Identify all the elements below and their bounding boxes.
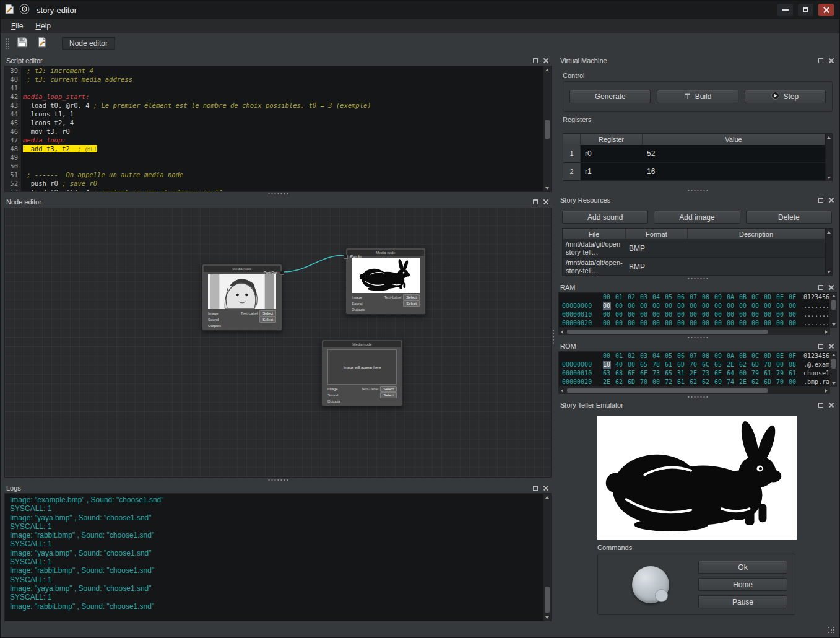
hex-byte[interactable]: 00 bbox=[628, 302, 636, 310]
float-icon[interactable] bbox=[817, 196, 825, 204]
script-editor-body[interactable]: 39 ; t2: increment 440 ; t3: current med… bbox=[4, 66, 552, 192]
registers-scrollbar[interactable] bbox=[825, 134, 832, 181]
add-sound-button[interactable]: Add sound bbox=[562, 211, 648, 224]
select-sound-button[interactable]: Select bbox=[403, 300, 420, 307]
scroll-up-button[interactable] bbox=[543, 494, 551, 500]
hex-byte[interactable]: 00 bbox=[776, 310, 784, 319]
scroll-track[interactable] bbox=[830, 358, 837, 380]
hex-byte[interactable]: 00 bbox=[665, 310, 673, 319]
float-icon[interactable] bbox=[532, 198, 539, 206]
code-line[interactable]: 46 mov t3, r0 bbox=[5, 127, 543, 136]
splitter-handle[interactable] bbox=[558, 188, 837, 192]
media-node[interactable]: Media nodeImage will appear hereImageTex… bbox=[321, 339, 403, 406]
resize-grip-icon[interactable] bbox=[828, 627, 836, 634]
hex-byte[interactable]: 62 bbox=[739, 361, 747, 369]
hex-byte[interactable]: 00 bbox=[615, 302, 623, 310]
hex-byte[interactable]: 00 bbox=[677, 310, 685, 319]
scroll-down-button[interactable] bbox=[543, 185, 551, 191]
hex-byte[interactable]: 62 bbox=[615, 378, 623, 387]
scroll-up-button[interactable] bbox=[826, 229, 832, 235]
hex-byte[interactable]: 00 bbox=[702, 302, 710, 310]
scroll-track[interactable] bbox=[566, 328, 823, 335]
hex-byte[interactable]: 70 bbox=[776, 378, 784, 387]
hex-byte[interactable]: 00 bbox=[652, 378, 660, 387]
hex-byte[interactable]: 65 bbox=[640, 361, 648, 369]
minimize-button[interactable] bbox=[777, 4, 793, 16]
scroll-track[interactable] bbox=[826, 141, 832, 174]
control-knob[interactable] bbox=[632, 566, 669, 603]
hex-byte[interactable]: 6F bbox=[628, 369, 636, 378]
float-icon[interactable] bbox=[817, 284, 825, 291]
close-icon[interactable] bbox=[828, 284, 835, 291]
scroll-down-button[interactable] bbox=[826, 174, 832, 181]
build-button[interactable]: Build bbox=[657, 90, 738, 103]
delete-button[interactable]: Delete bbox=[746, 211, 832, 224]
hex-byte[interactable]: 31 bbox=[677, 369, 685, 378]
code-line[interactable]: 50 bbox=[5, 162, 543, 170]
hex-byte[interactable]: 00 bbox=[702, 310, 710, 319]
hex-byte[interactable]: 00 bbox=[751, 302, 760, 310]
scroll-left-button[interactable] bbox=[558, 387, 566, 394]
hex-byte[interactable]: 70 bbox=[764, 361, 772, 369]
rom-horizontal-scrollbar[interactable] bbox=[558, 387, 830, 394]
menu-file[interactable]: File bbox=[6, 20, 28, 32]
column-splitter-handle[interactable] bbox=[552, 313, 555, 361]
hex-byte[interactable]: 6F bbox=[640, 369, 648, 378]
code-line[interactable]: 49 bbox=[5, 153, 543, 162]
hex-byte[interactable]: 00 bbox=[764, 302, 772, 310]
input-port[interactable] bbox=[344, 255, 348, 259]
hex-byte[interactable]: 00 bbox=[739, 310, 747, 319]
hex-byte[interactable]: 00 bbox=[665, 302, 673, 310]
resources-scrollbar[interactable] bbox=[825, 229, 832, 275]
code-line[interactable]: 42media_loop_start: bbox=[5, 92, 543, 101]
column-header-file[interactable]: File bbox=[563, 229, 626, 239]
hex-byte[interactable]: 62 bbox=[690, 378, 698, 387]
code-line[interactable]: 44 lcons t1, 1 bbox=[5, 110, 543, 118]
hex-byte[interactable]: 2E bbox=[603, 378, 611, 387]
code-line[interactable]: 48 add t3, t2 ; @++ bbox=[5, 144, 543, 153]
hex-byte[interactable]: 73 bbox=[652, 369, 660, 378]
splitter-handle[interactable] bbox=[558, 395, 837, 399]
hex-byte[interactable]: 00 bbox=[739, 319, 747, 328]
hex-byte[interactable]: 00 bbox=[776, 361, 784, 369]
hex-byte[interactable]: 6E bbox=[714, 369, 722, 378]
hex-byte[interactable]: 00 bbox=[603, 319, 611, 328]
node-connection-wire[interactable] bbox=[282, 255, 345, 272]
splitter-handle[interactable] bbox=[558, 277, 837, 281]
ram-content[interactable]: 000102030405060708090A0B0C0D0E0F01234567… bbox=[558, 292, 830, 328]
script-vertical-scrollbar[interactable] bbox=[543, 66, 551, 191]
code-line[interactable]: 41 bbox=[5, 84, 543, 92]
home-button[interactable]: Home bbox=[698, 578, 787, 591]
hex-byte[interactable]: 69 bbox=[714, 378, 722, 387]
scroll-thumb[interactable] bbox=[567, 330, 768, 334]
hex-byte[interactable]: 61 bbox=[764, 369, 772, 378]
hex-byte[interactable]: 74 bbox=[727, 378, 735, 387]
scroll-up-button[interactable] bbox=[826, 134, 832, 141]
hex-byte[interactable]: 62 bbox=[702, 378, 710, 387]
float-icon[interactable] bbox=[817, 401, 825, 409]
column-header-value[interactable]: Value bbox=[643, 134, 825, 145]
scroll-down-button[interactable] bbox=[830, 321, 837, 328]
hex-byte[interactable]: 00 bbox=[652, 310, 660, 319]
hex-byte[interactable]: 00 bbox=[727, 310, 735, 319]
hex-byte[interactable]: 64 bbox=[727, 369, 735, 378]
registers-table[interactable]: Register Value 1r0522r116 bbox=[563, 133, 833, 181]
node-editor-toggle-button[interactable]: Node editor bbox=[62, 37, 115, 50]
hex-byte[interactable]: 61 bbox=[677, 378, 685, 387]
toolbar-drag-handle[interactable] bbox=[5, 38, 9, 49]
hex-byte[interactable]: 00 bbox=[640, 319, 648, 328]
close-icon[interactable] bbox=[542, 484, 550, 492]
resources-table[interactable]: File Format Description /mnt/data/git/op… bbox=[562, 228, 833, 276]
hex-byte[interactable]: 00 bbox=[764, 319, 772, 328]
hex-byte[interactable]: 00 bbox=[603, 302, 611, 310]
scroll-track[interactable] bbox=[543, 73, 551, 185]
hex-byte[interactable]: 79 bbox=[751, 369, 760, 378]
hex-byte[interactable]: 63 bbox=[603, 369, 611, 378]
hex-byte[interactable]: 00 bbox=[677, 302, 685, 310]
hex-byte[interactable]: 00 bbox=[628, 310, 636, 319]
maximize-button[interactable] bbox=[798, 4, 813, 16]
splitter-handle[interactable] bbox=[4, 192, 552, 196]
hex-byte[interactable]: 00 bbox=[789, 302, 797, 310]
close-icon[interactable] bbox=[828, 401, 835, 409]
code-line[interactable]: 39 ; t2: increment 4 bbox=[5, 66, 543, 75]
